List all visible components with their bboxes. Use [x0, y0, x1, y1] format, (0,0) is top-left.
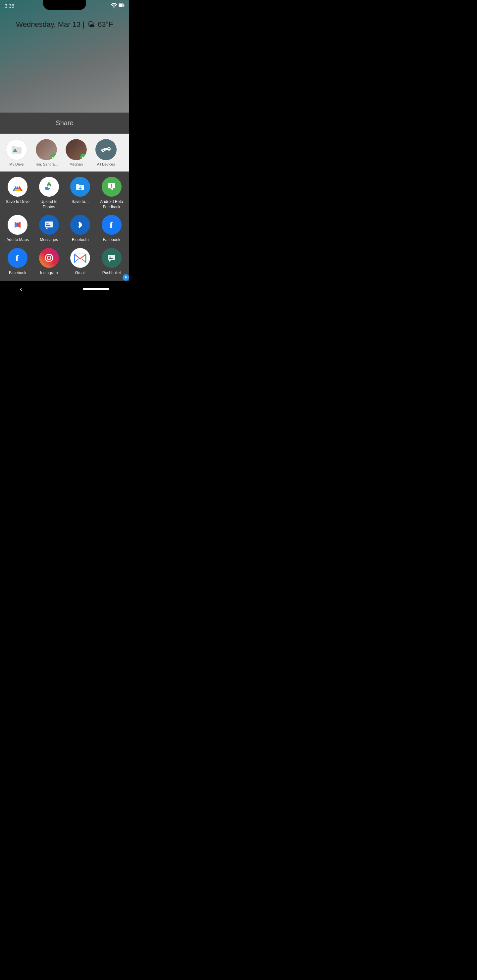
contact-my-drive[interactable]: My Drive — [3, 139, 30, 166]
back-button[interactable]: ‹ — [20, 285, 22, 293]
messages-icon — [39, 215, 59, 235]
bottom-nav: ‹ — [0, 281, 129, 297]
svg-rect-3 — [124, 5, 124, 6]
android-beta-feedback-label: Android Beta Feedback — [97, 199, 127, 210]
upload-to-photos-label: Upload to Photos — [34, 199, 64, 210]
apps-grid: Save to Drive Upload to Photos — [3, 177, 126, 275]
add-to-maps-icon: G — [8, 215, 27, 235]
svg-point-19 — [48, 185, 50, 188]
my-drive-avatar — [6, 139, 27, 160]
apps-section: Save to Drive Upload to Photos — [0, 172, 129, 281]
weather-icon: 🌤 — [87, 20, 95, 29]
svg-point-0 — [113, 6, 115, 8]
app-facebook-lite[interactable]: f Facebook — [3, 248, 33, 276]
messages-label: Messages — [40, 237, 58, 243]
svg-rect-28 — [46, 225, 50, 226]
pushbullet-icon — [102, 248, 121, 268]
share-header: Share — [0, 113, 129, 134]
gmail-label: Gmail — [75, 270, 85, 276]
instagram-icon — [39, 248, 59, 268]
app-bluetooth[interactable]: Bluetooth — [65, 215, 96, 243]
facebook-label: Facebook — [103, 237, 120, 243]
tim-sandra-label: Tim, Sandra... — [35, 162, 58, 166]
save-to-icon — [70, 177, 90, 197]
app-upload-to-photos[interactable]: Upload to Photos — [34, 177, 64, 210]
tim-sandra-badge — [50, 154, 57, 160]
svg-text:f: f — [16, 253, 19, 263]
status-icons — [111, 3, 124, 9]
facebook-lite-label: Facebook — [9, 270, 27, 276]
app-add-to-maps[interactable]: G Add to Maps — [3, 215, 33, 243]
instagram-label: Instagram — [40, 270, 57, 276]
app-save-to[interactable]: Save to… — [65, 177, 96, 210]
add-to-maps-label: Add to Maps — [6, 237, 29, 243]
bluetooth-label: Bluetooth — [72, 237, 89, 243]
svg-rect-37 — [109, 258, 113, 259]
app-messages[interactable]: Messages — [34, 215, 64, 243]
all-devices-avatar: P — [96, 139, 116, 160]
facebook-lite-icon: f — [8, 248, 27, 268]
date-weather: Wednesday, Mar 13 | 🌤 63°F — [16, 20, 113, 29]
pushbullet-label: Pushbullet — [102, 270, 121, 276]
temperature: 63°F — [98, 20, 113, 29]
all-devices-label: All Devices — [97, 162, 115, 166]
contact-meghan[interactable]: Meghan — [63, 139, 89, 166]
app-instagram[interactable]: Instagram — [34, 248, 64, 276]
app-android-beta-feedback[interactable]: Android Beta Feedback — [97, 177, 127, 210]
svg-rect-35 — [108, 255, 115, 260]
meghan-badge — [80, 154, 87, 160]
svg-text:G: G — [17, 222, 19, 224]
svg-point-33 — [51, 255, 52, 256]
contact-all-devices[interactable]: P All Devices — [93, 139, 119, 166]
my-drive-label: My Drive — [9, 162, 24, 166]
home-pill[interactable] — [83, 288, 109, 290]
bluetooth-icon — [70, 215, 90, 235]
recent-contacts: My Drive Tim, Sandra... — [0, 134, 129, 172]
save-to-label: Save to… — [72, 199, 89, 205]
battery-icon — [119, 3, 124, 8]
svg-rect-26 — [45, 221, 53, 228]
svg-point-22 — [111, 188, 112, 188]
svg-rect-36 — [109, 256, 111, 258]
share-sheet: Share My Drive — [0, 113, 129, 281]
notch — [43, 0, 86, 10]
svg-rect-2 — [119, 4, 123, 6]
svg-point-32 — [47, 256, 51, 259]
svg-rect-21 — [111, 184, 112, 187]
app-facebook[interactable]: f Facebook — [97, 215, 127, 243]
upload-to-photos-icon — [39, 177, 59, 197]
date-text: Wednesday, Mar 13 | — [16, 20, 85, 29]
tim-sandra-avatar — [36, 139, 57, 160]
facebook-icon: f — [102, 215, 121, 235]
app-gmail[interactable]: Gmail — [65, 248, 96, 276]
svg-rect-27 — [46, 223, 49, 224]
status-time: 3:36 — [5, 3, 14, 9]
meghan-label: Meghan — [70, 162, 83, 166]
app-save-to-drive[interactable]: Save to Drive — [3, 177, 33, 210]
save-to-drive-icon — [8, 177, 27, 197]
meghan-avatar — [65, 139, 87, 160]
save-to-drive-label: Save to Drive — [6, 199, 29, 205]
contact-tim-sandra[interactable]: Tim, Sandra... — [33, 139, 60, 166]
wifi-icon — [111, 3, 117, 9]
gmail-icon — [70, 248, 90, 268]
share-title: Share — [56, 119, 73, 126]
app-pushbullet[interactable]: Pushbullet — [97, 248, 127, 276]
wallpaper: Wednesday, Mar 13 | 🌤 63°F — [0, 0, 129, 113]
android-beta-feedback-icon — [102, 177, 121, 197]
svg-text:f: f — [110, 220, 113, 230]
